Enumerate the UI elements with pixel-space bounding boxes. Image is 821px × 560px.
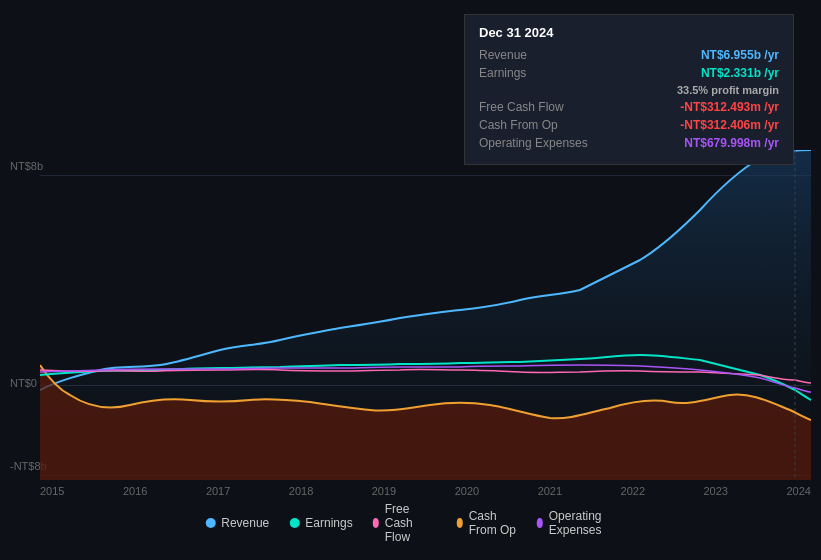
y-label-top: NT$8b: [10, 160, 43, 172]
y-label-zero: NT$0: [10, 377, 37, 389]
x-labels: 2015 2016 2017 2018 2019 2020 2021 2022 …: [40, 485, 811, 497]
legend-dot-revenue: [205, 518, 215, 528]
revenue-value: NT$6.955b /yr: [701, 48, 779, 62]
revenue-label: Revenue: [479, 48, 609, 62]
profit-margin-row: 33.5% profit margin: [479, 84, 779, 96]
revenue-row: Revenue NT$6.955b /yr: [479, 48, 779, 62]
tooltip-date: Dec 31 2024: [479, 25, 779, 40]
legend-cashfromop[interactable]: Cash From Op: [457, 509, 517, 537]
fcf-value: -NT$312.493m /yr: [680, 100, 779, 114]
fcf-row: Free Cash Flow -NT$312.493m /yr: [479, 100, 779, 114]
fcf-label: Free Cash Flow: [479, 100, 609, 114]
tooltip-box: Dec 31 2024 Revenue NT$6.955b /yr Earnin…: [464, 14, 794, 165]
chart-container: Dec 31 2024 Revenue NT$6.955b /yr Earnin…: [0, 0, 821, 560]
legend-revenue[interactable]: Revenue: [205, 516, 269, 530]
cashfromop-row: Cash From Op -NT$312.406m /yr: [479, 118, 779, 132]
legend-label-fcf: Free Cash Flow: [385, 502, 437, 544]
cashfromop-value: -NT$312.406m /yr: [680, 118, 779, 132]
legend-dot-cashfromop: [457, 518, 463, 528]
profit-margin-value: 33.5% profit margin: [677, 84, 779, 96]
legend-label-earnings: Earnings: [305, 516, 352, 530]
cashfromop-label: Cash From Op: [479, 118, 609, 132]
legend-opex[interactable]: Operating Expenses: [537, 509, 616, 537]
legend-label-cashfromop: Cash From Op: [469, 509, 517, 537]
x-label-2020: 2020: [455, 485, 479, 497]
opex-value: NT$679.998m /yr: [684, 136, 779, 150]
chart-legend: Revenue Earnings Free Cash Flow Cash Fro…: [205, 502, 616, 544]
legend-dot-earnings: [289, 518, 299, 528]
earnings-value: NT$2.331b /yr: [701, 66, 779, 80]
x-label-2023: 2023: [704, 485, 728, 497]
earnings-label: Earnings: [479, 66, 609, 80]
legend-fcf[interactable]: Free Cash Flow: [373, 502, 437, 544]
chart-svg: [40, 150, 811, 480]
x-label-2024: 2024: [786, 485, 810, 497]
legend-dot-opex: [537, 518, 543, 528]
x-label-2015: 2015: [40, 485, 64, 497]
legend-label-opex: Operating Expenses: [549, 509, 616, 537]
x-label-2019: 2019: [372, 485, 396, 497]
x-label-2016: 2016: [123, 485, 147, 497]
legend-label-revenue: Revenue: [221, 516, 269, 530]
opex-label: Operating Expenses: [479, 136, 609, 150]
opex-row: Operating Expenses NT$679.998m /yr: [479, 136, 779, 150]
legend-earnings[interactable]: Earnings: [289, 516, 352, 530]
earnings-row: Earnings NT$2.331b /yr: [479, 66, 779, 80]
x-label-2017: 2017: [206, 485, 230, 497]
legend-dot-fcf: [373, 518, 379, 528]
x-label-2018: 2018: [289, 485, 313, 497]
x-label-2022: 2022: [621, 485, 645, 497]
chart-area: [40, 150, 811, 480]
x-label-2021: 2021: [538, 485, 562, 497]
